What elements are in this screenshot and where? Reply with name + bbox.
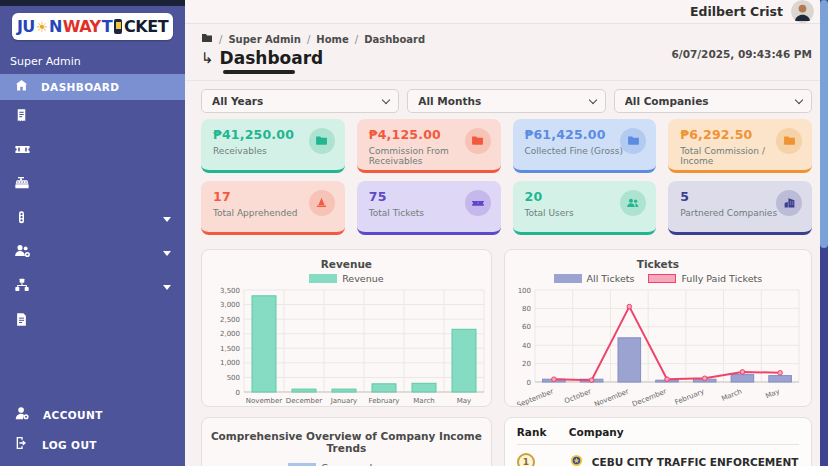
scrollbar-thumb[interactable] (820, 0, 828, 248)
chevron-down-icon (163, 217, 171, 222)
avatar[interactable] (791, 0, 814, 23)
breadcrumb-super-admin[interactable]: Super Admin (228, 34, 301, 45)
sidebar-item-organization[interactable] (0, 270, 185, 304)
chart-title: Revenue (206, 258, 487, 270)
sidebar: JU ☀ N WAY T CKET Super Admin DASHBOARD (0, 0, 185, 466)
income-trends-card: Comprehensive Overview of Company Income… (201, 417, 492, 466)
sidebar-item-user-management[interactable] (0, 236, 185, 270)
svg-text:0: 0 (236, 388, 240, 396)
sidebar-footer: ACCOUNT LOG OUT (0, 400, 185, 466)
filters-row: All Years All Months All Companies (185, 81, 828, 113)
sidebar-item-tickets[interactable] (0, 134, 185, 168)
sun-icon: ☀ (36, 19, 48, 35)
scrollbar-track[interactable] (820, 0, 828, 466)
org-chart-icon (14, 277, 30, 297)
page-title: Dashboard (220, 48, 324, 68)
ticket-icon (465, 190, 491, 216)
sidebar-item-traffic[interactable] (0, 202, 185, 236)
svg-text:2,000: 2,000 (220, 330, 240, 338)
svg-text:0: 0 (526, 378, 530, 386)
svg-text:May: May (457, 397, 471, 405)
svg-text:February: February (673, 387, 705, 406)
chart-title: Comprehensive Overview of Company Income… (206, 430, 487, 454)
breadcrumb-home[interactable]: Home (316, 34, 348, 45)
app-root: JU ☀ N WAY T CKET Super Admin DASHBOARD (0, 0, 828, 466)
sidebar-item-label: DASHBOARD (41, 81, 119, 93)
sidebar-item-reports[interactable] (0, 304, 185, 338)
svg-text:March: March (720, 387, 743, 402)
breadcrumb-dashboard[interactable]: Dashboard (364, 34, 425, 45)
title-underline (223, 70, 295, 74)
datetime: 6/07/2025, 09:43:46 PM (672, 48, 813, 60)
traffic-light-icon (14, 210, 29, 229)
phone-icon (114, 19, 122, 34)
year-filter[interactable]: All Years (201, 89, 399, 113)
chart-legend: All Tickets Fully Paid Tickets (509, 273, 807, 284)
company-column-header: Company (569, 426, 624, 438)
chevron-down-icon (163, 251, 171, 256)
breadcrumb-separator: / (307, 34, 310, 45)
folder-icon (620, 128, 646, 154)
revenue-bar-chart: 05001,0001,5002,0002,5003,0003,500Novemb… (206, 286, 492, 407)
legend-label: Revenue (342, 273, 383, 284)
main-content: Edilbert Crist / Super Admin / Home / Da… (185, 0, 828, 466)
legend-item: All Tickets (554, 273, 635, 284)
sidebar-item-account[interactable]: ACCOUNT (0, 400, 185, 430)
stat-card-receivables: ₱41,250.00 Receivables (201, 119, 345, 173)
chart-legend: Company Income (206, 462, 487, 466)
svg-text:December: December (631, 387, 668, 407)
topbar: Edilbert Crist (185, 0, 828, 24)
table-header: Rank Company (517, 426, 799, 445)
svg-text:1,000: 1,000 (220, 359, 240, 367)
rank-column-header: Rank (517, 426, 569, 438)
month-filter[interactable]: All Months (407, 89, 605, 113)
svg-text:March: March (413, 397, 434, 405)
table-row[interactable]: 1 CEBU CITY TRAFFIC ENFORCEMENT (517, 453, 799, 466)
stat-card-collected-fine: ₱61,425.00 Collected Fine (Gross) (513, 119, 657, 173)
chevron-down-icon (163, 285, 171, 290)
chart-title: Tickets (509, 258, 807, 270)
sidebar-item-logout[interactable]: LOG OUT (0, 430, 185, 460)
stat-card-partnered-companies: 5 Partnered Companies (668, 181, 812, 235)
logout-label: LOG OUT (42, 439, 97, 451)
svg-text:100: 100 (517, 286, 530, 294)
chart-legend: Revenue (206, 273, 487, 284)
stat-card-total-commission: ₱6,292.50 Total Commission / Income (668, 119, 812, 173)
legend-item: Fully Paid Tickets (648, 273, 762, 284)
svg-text:September: September (515, 387, 554, 407)
folder-icon (776, 128, 802, 154)
stat-card-total-tickets: 75 Total Tickets (357, 181, 501, 235)
svg-text:60: 60 (522, 323, 531, 331)
legend-label: Fully Paid Tickets (681, 273, 762, 284)
home-icon (14, 78, 29, 97)
stat-card-total-apprehended: 17 Total Apprehended (201, 181, 345, 235)
company-filter-wrap: All Companies (614, 89, 812, 113)
stat-card-commission-receivables: ₱4,125.00 Commission From Receivables (357, 119, 501, 173)
rank-cell: 1 (517, 453, 569, 466)
sidebar-item-receipts[interactable] (0, 100, 185, 134)
svg-text:3,500: 3,500 (220, 286, 240, 294)
folder-icon (309, 128, 335, 154)
company-name: CEBU CITY TRAFFIC ENFORCEMENT (592, 456, 799, 466)
svg-text:3,000: 3,000 (220, 301, 240, 309)
logo-text: N (49, 17, 62, 36)
sidebar-nav: DASHBOARD (0, 74, 185, 338)
legend-swatch (309, 274, 337, 283)
arrow-icon: ↳ (201, 49, 214, 67)
legend-swatch (288, 463, 316, 466)
company-ranking-card: Rank Company 1 CEBU CITY TRAFFIC ENFORCE… (504, 417, 812, 466)
app-logo[interactable]: JU ☀ N WAY T CKET (12, 13, 173, 40)
sidebar-item-cashier[interactable] (0, 168, 185, 202)
stat-card-total-users: 20 Total Users (513, 181, 657, 235)
company-filter[interactable]: All Companies (614, 89, 812, 113)
stat-cards-grid: ₱41,250.00 Receivables ₱4,125.00 Commiss… (185, 113, 828, 235)
sidebar-item-dashboard[interactable]: DASHBOARD (0, 74, 185, 100)
page-head: / Super Admin / Home / Dashboard ↳ Dashb… (185, 24, 828, 81)
user-name[interactable]: Edilbert Crist (690, 4, 783, 19)
year-filter-wrap: All Years (201, 89, 399, 113)
folder-icon (465, 128, 491, 154)
ticket-stub-icon (14, 141, 31, 162)
svg-text:1,500: 1,500 (220, 344, 240, 352)
logo-text: T (102, 17, 112, 36)
svg-text:December: December (286, 397, 322, 405)
